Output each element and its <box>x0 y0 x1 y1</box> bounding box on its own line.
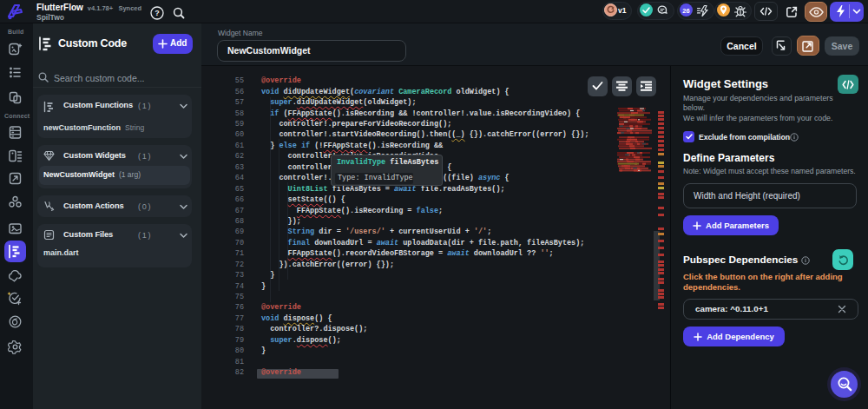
svg-text:?: ? <box>155 9 160 17</box>
